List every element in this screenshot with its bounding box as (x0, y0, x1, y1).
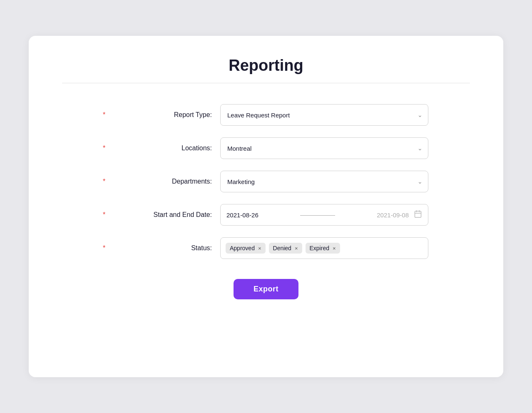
departments-row: * Departments: Marketing ⌄ (104, 171, 428, 192)
departments-label: * Departments: (104, 178, 212, 185)
required-star-status: * (103, 244, 105, 252)
date-range-row: * Start and End Date: 2021-08-26 —————— … (104, 204, 428, 226)
status-tag-denied: Denied × (269, 243, 302, 254)
required-star-report-type: * (103, 111, 105, 119)
status-field: Approved × Denied × Expired × (220, 237, 428, 259)
reporting-card: Reporting * Report Type: Leave Request R… (29, 36, 503, 377)
status-tag-approved: Approved × (226, 243, 266, 254)
export-button[interactable]: Export (234, 279, 298, 299)
calendar-icon (414, 210, 422, 220)
status-label: * Status: (104, 244, 212, 252)
form-container: * Report Type: Leave Request Report ⌄ * … (104, 104, 428, 299)
status-tag-approved-remove[interactable]: × (258, 246, 261, 251)
export-row: Export (104, 279, 428, 299)
status-tag-expired: Expired × (306, 243, 340, 254)
status-row: * Status: Approved × Denied × Expired × (104, 237, 428, 259)
page-title: Reporting (62, 57, 470, 83)
locations-label: * Locations: (104, 144, 212, 152)
report-type-select[interactable]: Leave Request Report (220, 104, 428, 126)
date-arrow: —————— (264, 211, 372, 218)
date-end: 2021-09-08 (377, 211, 409, 219)
locations-row: * Locations: Montreal ⌄ (104, 137, 428, 159)
required-star-date: * (103, 211, 105, 219)
status-box: Approved × Denied × Expired × (220, 237, 428, 259)
date-start: 2021-08-26 (226, 211, 259, 219)
svg-rect-0 (415, 211, 421, 217)
report-type-field: Leave Request Report ⌄ (220, 104, 428, 126)
report-type-select-wrapper: Leave Request Report ⌄ (220, 104, 428, 126)
departments-select[interactable]: Marketing (220, 171, 428, 192)
required-star-departments: * (103, 178, 105, 185)
report-type-row: * Report Type: Leave Request Report ⌄ (104, 104, 428, 126)
status-tag-expired-remove[interactable]: × (333, 246, 336, 251)
departments-field: Marketing ⌄ (220, 171, 428, 192)
locations-select-wrapper: Montreal ⌄ (220, 137, 428, 159)
report-type-label: * Report Type: (104, 111, 212, 119)
status-tag-expired-label: Expired (310, 245, 329, 251)
status-tag-denied-remove[interactable]: × (295, 246, 298, 251)
date-range-field: 2021-08-26 —————— 2021-09-08 (220, 204, 428, 226)
departments-select-wrapper: Marketing ⌄ (220, 171, 428, 192)
date-range-label: * Start and End Date: (104, 211, 212, 219)
required-star-locations: * (103, 144, 105, 152)
date-range-box[interactable]: 2021-08-26 —————— 2021-09-08 (220, 204, 428, 226)
status-tag-denied-label: Denied (273, 245, 291, 251)
locations-select[interactable]: Montreal (220, 137, 428, 159)
locations-field: Montreal ⌄ (220, 137, 428, 159)
status-tag-approved-label: Approved (230, 245, 255, 251)
